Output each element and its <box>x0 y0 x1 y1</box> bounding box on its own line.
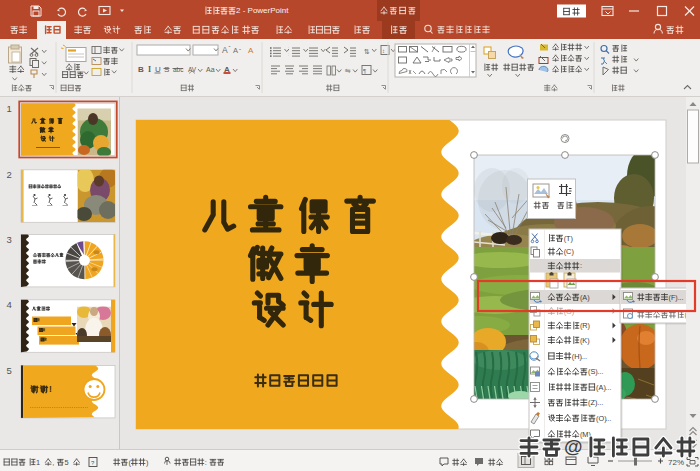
svg-text:¶: ¶ <box>363 68 366 74</box>
svg-text:U: U <box>155 65 161 74</box>
svg-text:A: A <box>248 46 254 55</box>
svg-text:!: ! <box>49 384 52 394</box>
svg-text:...: ... <box>597 367 603 376</box>
svg-text:2 - PowerPoint: 2 - PowerPoint <box>236 6 289 15</box>
svg-text:(T): (T) <box>564 234 573 243</box>
svg-text:I: I <box>148 65 151 74</box>
svg-text:(C): (C) <box>564 247 574 256</box>
svg-text:72%: 72% <box>668 458 684 467</box>
svg-text:): ) <box>146 458 148 467</box>
svg-text:S: S <box>164 65 169 74</box>
svg-text:abc: abc <box>173 66 184 73</box>
svg-text:↕: ↕ <box>382 48 385 54</box>
svg-text:5: 5 <box>64 458 68 467</box>
svg-text:(A): (A) <box>580 293 590 302</box>
svg-text:4: 4 <box>7 299 12 310</box>
svg-text:Aa: Aa <box>206 66 215 73</box>
svg-text:(R): (R) <box>580 321 590 330</box>
svg-text:...: ... <box>605 414 611 423</box>
svg-text:1: 1 <box>36 458 40 467</box>
svg-text:·: · <box>288 53 289 58</box>
svg-text:...: ... <box>597 398 603 407</box>
svg-text:A: A <box>222 45 228 55</box>
svg-text:B: B <box>138 65 144 74</box>
svg-text:1: 1 <box>7 103 12 114</box>
svg-text:...: ... <box>605 383 611 392</box>
svg-text:(F)...: (F)... <box>669 294 684 302</box>
svg-text:3: 3 <box>7 234 12 245</box>
svg-text:5: 5 <box>7 365 12 376</box>
svg-text:...: ... <box>581 352 587 361</box>
svg-text:⇋: ⇋ <box>345 67 351 74</box>
svg-text::: : <box>580 261 582 270</box>
svg-text:2: 2 <box>7 169 12 180</box>
svg-text:(K): (K) <box>580 336 590 345</box>
svg-text:⇅: ⇅ <box>364 48 370 55</box>
svg-text::: : <box>205 458 207 467</box>
svg-text:ˇ: ˇ <box>239 48 241 54</box>
svg-text:(Z): (Z) <box>588 398 597 407</box>
svg-text:ˆ: ˆ <box>229 45 231 51</box>
svg-text:@: @ <box>564 436 583 457</box>
svg-text:A: A <box>233 46 238 55</box>
svg-text:,: , <box>52 458 54 467</box>
